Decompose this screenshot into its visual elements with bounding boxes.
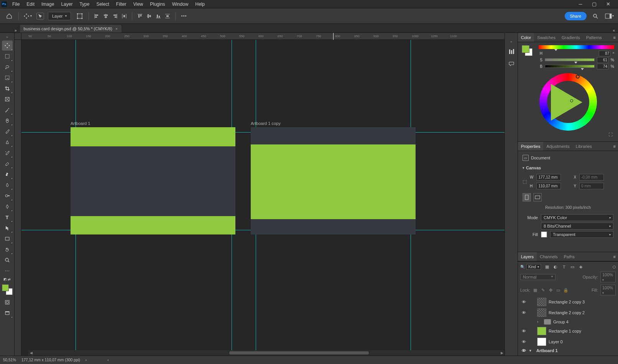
saturation-slider[interactable]	[545, 58, 595, 62]
clone-stamp-tool[interactable]	[2, 137, 13, 147]
layer-thumbnail[interactable]	[537, 308, 546, 317]
frame-tool[interactable]	[2, 94, 13, 104]
auto-select-checkbox[interactable]	[36, 13, 44, 20]
quick-mask-icon[interactable]	[2, 297, 13, 307]
tab-paths[interactable]: Paths	[561, 252, 578, 261]
saturation-input[interactable]	[597, 57, 608, 63]
auto-select-target[interactable]: Layer ▾	[48, 12, 71, 20]
document-tab[interactable]: business card design.psd @ 50,5% * (CMYK…	[20, 25, 122, 33]
zoom-tool[interactable]	[2, 255, 13, 265]
layer-thumbnail[interactable]	[537, 327, 546, 335]
width-input[interactable]	[536, 174, 561, 180]
panel-expand-icon[interactable]: »	[510, 40, 512, 44]
visibility-toggle[interactable]: 👁	[520, 300, 527, 304]
color-mode-select[interactable]: CMYK Color▾	[541, 214, 613, 221]
canvas-area[interactable]: 5050100150200250300350400450500550600650…	[15, 33, 505, 356]
comments-panel-icon[interactable]	[507, 60, 516, 68]
rectangle-tool[interactable]	[2, 234, 13, 244]
distribute-h-icon[interactable]	[120, 12, 128, 20]
layer-row[interactable]: 👁Layer 0	[518, 336, 618, 347]
y-input[interactable]	[579, 183, 604, 189]
x-input[interactable]	[579, 174, 604, 180]
tab-channels[interactable]: Channels	[537, 252, 560, 261]
layer-name[interactable]: Rectangle 1 copy	[549, 329, 616, 333]
visibility-toggle[interactable]: 👁	[520, 310, 527, 315]
align-center-v-icon[interactable]	[145, 12, 153, 20]
align-left-icon[interactable]	[93, 12, 100, 20]
layer-row[interactable]: 👁Rectangle 2 copy 2	[518, 307, 618, 318]
tab-properties[interactable]: Properties	[518, 142, 543, 151]
zoom-level[interactable]: 50,51%	[3, 358, 16, 362]
brightness-input[interactable]	[597, 64, 608, 69]
ruler-horizontal[interactable]: 5050100150200250300350400450500550600650…	[21, 33, 505, 40]
distribute-v-icon[interactable]	[164, 12, 171, 20]
rectangle-shape[interactable]	[71, 216, 235, 234]
foreground-color-swatch[interactable]	[2, 284, 9, 291]
filter-shape-icon[interactable]: ▭	[569, 264, 575, 270]
path-selection-tool[interactable]	[2, 223, 13, 233]
layer-name[interactable]: Layer 0	[549, 339, 616, 344]
filter-kind-select[interactable]: Kind▾	[526, 264, 541, 270]
menu-layer[interactable]: Layer	[58, 1, 76, 8]
rectangle-shape[interactable]	[71, 127, 235, 146]
layer-thumbnail[interactable]	[537, 338, 546, 346]
healing-brush-tool[interactable]	[2, 116, 13, 126]
filter-adjustment-icon[interactable]: ◐	[552, 264, 559, 270]
menu-select[interactable]: Select	[93, 1, 112, 8]
layer-row[interactable]: 👁Rectangle 2 copy 3	[518, 297, 618, 307]
hue-slider[interactable]	[539, 45, 614, 49]
eyedropper-tool[interactable]	[2, 105, 13, 115]
canvas-section-header[interactable]: ▾ Canvas	[523, 164, 613, 172]
panel-menu-icon[interactable]: ≡	[611, 254, 618, 259]
dodge-tool[interactable]	[2, 191, 13, 201]
color-swatches[interactable]	[522, 45, 533, 56]
document-dimensions[interactable]: 177,12 mm x 110,07 mm (300 ppi)	[21, 358, 80, 362]
fill-select[interactable]: Transparent▾	[550, 231, 613, 238]
tab-libraries[interactable]: Libraries	[573, 142, 595, 151]
toolbar-expand-icon[interactable]: »	[6, 35, 8, 40]
pen-tool[interactable]	[2, 202, 13, 212]
align-top-icon[interactable]	[136, 12, 144, 20]
window-close[interactable]: ✕	[603, 1, 613, 7]
color-wheel[interactable]	[539, 73, 597, 131]
type-tool[interactable]: T	[2, 212, 13, 222]
history-brush-tool[interactable]	[2, 148, 13, 158]
menu-plugins[interactable]: Plugins	[147, 1, 168, 8]
menu-type[interactable]: Type	[76, 1, 92, 8]
tab-gradients[interactable]: Gradients	[559, 33, 583, 42]
window-maximize[interactable]: ▢	[589, 1, 600, 7]
visibility-toggle[interactable]: 👁	[520, 348, 527, 353]
ruler-origin[interactable]	[15, 33, 21, 40]
quick-selection-tool[interactable]	[2, 73, 13, 83]
scroll-right-icon[interactable]: ▶	[499, 351, 505, 355]
visibility-toggle[interactable]: 👁	[520, 339, 527, 344]
artboard-1[interactable]: Artboard 1	[71, 127, 235, 234]
hue-ring-cursor[interactable]	[576, 75, 580, 79]
screen-mode-icon[interactable]	[2, 308, 13, 318]
lock-transparency-icon[interactable]: ▦	[533, 287, 538, 293]
search-icon[interactable]: 🔍	[520, 265, 525, 269]
status-chevron-icon[interactable]: ›	[85, 358, 87, 362]
ruler-vertical[interactable]	[15, 40, 21, 356]
foreground-background-swatches[interactable]	[2, 284, 13, 295]
menu-edit[interactable]: Edit	[23, 1, 38, 8]
opacity-input[interactable]: 100% ▾	[600, 272, 616, 282]
align-bottom-icon[interactable]	[154, 12, 162, 20]
panel-menu-icon[interactable]: ≡	[611, 144, 618, 149]
chevron-down-icon[interactable]: ▾	[529, 349, 534, 353]
panel-menu-icon[interactable]: ≡	[611, 35, 618, 40]
panel-expand-icon[interactable]: ⛶	[522, 132, 614, 138]
layer-name[interactable]: Group 4	[553, 320, 616, 324]
blend-mode-select[interactable]: Normal▾	[520, 274, 556, 280]
artboard-1-copy[interactable]: Artboard 1 copy	[251, 127, 416, 234]
blur-tool[interactable]	[2, 180, 13, 190]
edit-toolbar-icon[interactable]	[2, 266, 13, 276]
tab-swatches[interactable]: Swatches	[534, 33, 559, 42]
orientation-landscape-icon[interactable]	[533, 193, 542, 202]
brush-tool[interactable]	[2, 126, 13, 136]
link-dimensions-icon[interactable]: ⬚	[523, 179, 527, 184]
filter-pixel-icon[interactable]: ▦	[544, 264, 550, 270]
default-colors-icon[interactable]: ◩	[3, 277, 7, 281]
lasso-tool[interactable]	[2, 62, 13, 72]
menu-view[interactable]: View	[130, 1, 146, 8]
